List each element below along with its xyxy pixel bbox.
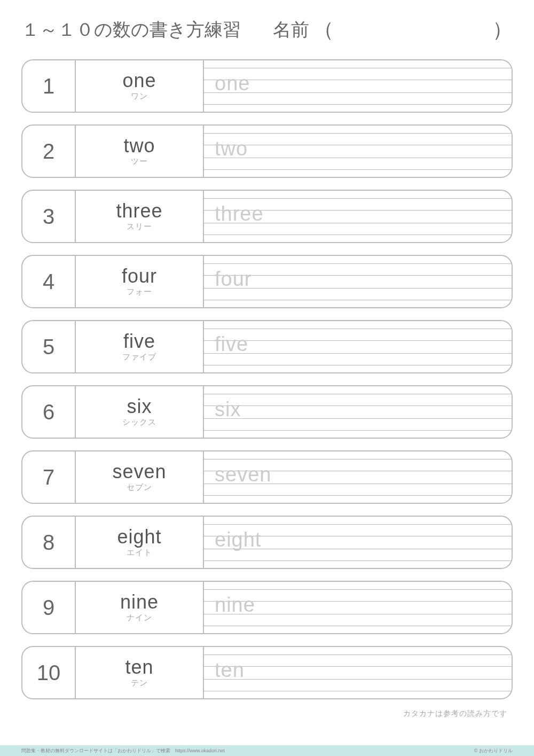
writing-area[interactable]: four (204, 256, 512, 307)
guide-line (204, 104, 512, 105)
word-katakana: フォー (127, 287, 152, 297)
writing-area[interactable]: nine (204, 582, 512, 633)
number-cell: 3 (22, 191, 76, 242)
bottom-right-text: © おかわりドリル (474, 747, 513, 754)
footer-note: カタカナは参考の読み方です (21, 709, 513, 719)
guide-line (204, 235, 512, 235)
word-katakana: シックス (122, 417, 156, 427)
trace-text: one (215, 73, 250, 93)
word-english: nine (120, 593, 159, 612)
paren-open: （ (313, 16, 334, 43)
name-label: 名前 (273, 18, 309, 42)
writing-area[interactable]: seven (204, 451, 512, 503)
word-english: ten (125, 658, 153, 677)
writing-area[interactable]: ten (204, 647, 512, 698)
guide-line (204, 406, 512, 406)
word-cell: threeスリー (76, 191, 204, 242)
guide-line (204, 459, 512, 459)
guide-line (204, 133, 512, 134)
rows-list: 1oneワンone2twoツーtwo3threeスリーthree4fourフォー… (21, 59, 513, 699)
guide-lines (204, 647, 512, 698)
guide-line (204, 394, 512, 394)
table-row: 6sixシックスsix (21, 385, 513, 439)
guide-line (204, 589, 512, 590)
guide-line (204, 353, 512, 354)
writing-area[interactable]: six (204, 386, 512, 438)
guide-line (204, 198, 512, 199)
table-row: 9nineナインnine (21, 581, 513, 634)
number-cell: 10 (22, 647, 76, 698)
page-title: １～１０の数の書き方練習 (21, 18, 241, 42)
number-cell: 6 (22, 386, 76, 438)
table-row: 3threeスリーthree (21, 190, 513, 243)
word-katakana: セブン (127, 482, 152, 493)
word-english: two (123, 136, 155, 155)
guide-line (204, 145, 512, 145)
number-cell: 1 (22, 60, 76, 112)
number-cell: 8 (22, 517, 76, 568)
word-english: one (122, 71, 156, 90)
guide-line (204, 666, 512, 667)
number-cell: 4 (22, 256, 76, 307)
word-katakana: ツー (131, 157, 148, 167)
guide-line (204, 691, 512, 691)
guide-line (204, 524, 512, 525)
word-english: five (123, 332, 155, 351)
table-row: 7sevenセブンseven (21, 450, 513, 504)
table-row: 5fiveファイブfive (21, 320, 513, 373)
word-katakana: ワン (131, 91, 148, 102)
guide-line (204, 626, 512, 626)
number-cell: 5 (22, 321, 76, 372)
guide-line (204, 158, 512, 158)
word-katakana: ファイブ (122, 352, 156, 362)
guide-line (204, 430, 512, 431)
writing-area[interactable]: five (204, 321, 512, 372)
word-english: eight (117, 527, 161, 547)
word-cell: sixシックス (76, 386, 204, 438)
guide-lines (204, 386, 512, 438)
table-row: 8eightエイトeight (21, 516, 513, 569)
table-row: 1oneワンone (21, 59, 513, 113)
trace-text: seven (215, 464, 271, 485)
bottom-bar: 問題集・教材の無料ダウンロードサイトは「おかわりドリル」で検索 https://… (0, 745, 534, 756)
guide-line (204, 329, 512, 329)
word-cell: eightエイト (76, 517, 204, 568)
word-katakana: ナイン (127, 613, 152, 623)
word-english: seven (112, 462, 166, 481)
table-row: 4fourフォーfour (21, 255, 513, 308)
guide-line (204, 495, 512, 496)
number-cell: 2 (22, 126, 76, 177)
header: １～１０の数の書き方練習 名前 （ ） (21, 16, 513, 43)
guide-line (204, 300, 512, 300)
guide-lines (204, 321, 512, 372)
table-row: 10tenテンten (21, 646, 513, 699)
word-cell: tenテン (76, 647, 204, 698)
writing-area[interactable]: eight (204, 517, 512, 568)
writing-area[interactable]: three (204, 191, 512, 242)
guide-line (204, 340, 512, 341)
guide-line (204, 365, 512, 365)
trace-text: ten (215, 660, 245, 680)
trace-text: four (215, 269, 252, 289)
guide-line (204, 560, 512, 561)
bottom-left-text: 問題集・教材の無料ダウンロードサイトは「おかわりドリル」で検索 https://… (21, 747, 225, 754)
word-english: four (122, 267, 157, 286)
word-cell: fiveファイブ (76, 321, 204, 372)
number-cell: 7 (22, 451, 76, 503)
word-katakana: テン (131, 678, 148, 688)
trace-text: two (215, 138, 248, 159)
name-field[interactable]: 名前 （ ） (273, 16, 513, 43)
writing-area[interactable]: one (204, 60, 512, 112)
guide-line (204, 654, 512, 655)
table-row: 2twoツーtwo (21, 124, 513, 178)
word-cell: oneワン (76, 60, 204, 112)
word-cell: fourフォー (76, 256, 204, 307)
word-cell: sevenセブン (76, 451, 204, 503)
writing-area[interactable]: two (204, 126, 512, 177)
number-cell: 9 (22, 582, 76, 633)
word-cell: twoツー (76, 126, 204, 177)
trace-text: eight (215, 529, 261, 550)
word-english: three (116, 201, 162, 221)
trace-text: five (215, 334, 248, 354)
guide-line (204, 68, 512, 68)
